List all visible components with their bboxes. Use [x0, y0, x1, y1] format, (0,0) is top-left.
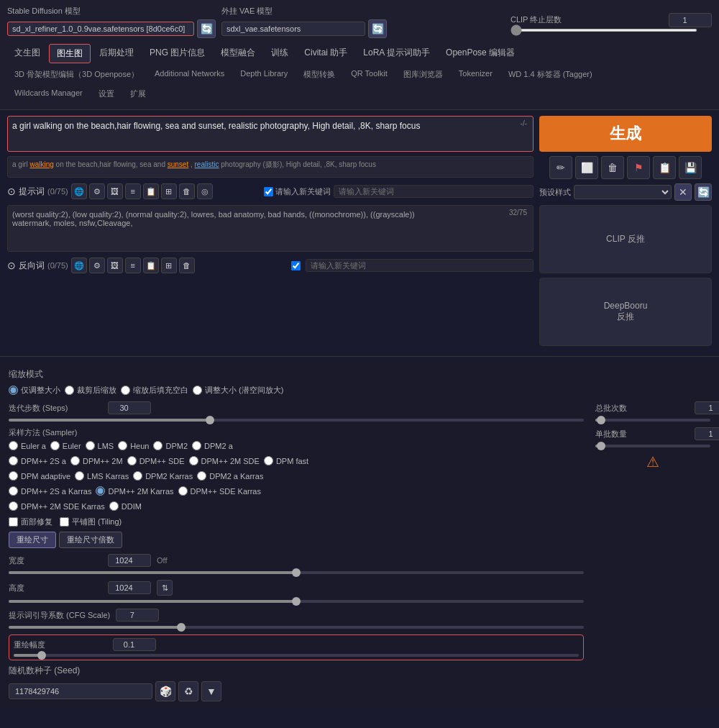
positive-tool-extra[interactable]: ◎	[197, 183, 213, 199]
positive-tool-grid[interactable]: ⊞	[161, 183, 177, 199]
negative-tool-trash[interactable]: 🗑	[179, 258, 195, 273]
denoising-input[interactable]	[113, 638, 156, 651]
positive-tool-paste[interactable]: 📋	[143, 183, 159, 199]
tab-train[interactable]: 训练	[264, 44, 296, 63]
tab-qr-toolkit[interactable]: QR Toolkit	[344, 66, 395, 83]
vae-select[interactable]: sdxl_vae.safetensors	[221, 22, 365, 36]
batch-count-input[interactable]	[695, 401, 719, 414]
sampler-dppmp2m[interactable]: DPM++ 2M	[70, 456, 123, 465]
negative-checkbox[interactable]	[291, 261, 301, 270]
tab-model-convert[interactable]: 模型转换	[296, 66, 342, 83]
tab-openpose[interactable]: OpenPose 编辑器	[439, 44, 522, 63]
seed-random-button[interactable]: 🎲	[155, 681, 175, 701]
sampler-euler[interactable]: Euler	[50, 441, 81, 450]
resize-tab-size[interactable]: 重绘尺寸	[9, 532, 56, 548]
tab-extras[interactable]: 后期处理	[92, 44, 141, 63]
negative-keyword-input[interactable]	[306, 259, 533, 272]
sampler-dppm2mk[interactable]: DPM++ 2M Karras	[96, 486, 173, 496]
tab-img2img[interactable]: 图生图	[49, 44, 91, 63]
tab-depth-library[interactable]: Depth Library	[233, 66, 295, 83]
negative-expand-icon[interactable]: ⊙	[7, 260, 16, 271]
tiling-label[interactable]: 平铺图 (Tiling)	[60, 517, 122, 527]
seed-input[interactable]	[9, 683, 152, 699]
preset-refresh-button[interactable]: 🔄	[695, 183, 712, 201]
resize-mode-fill[interactable]: 缩放后填充空白	[121, 385, 188, 396]
steps-input[interactable]	[108, 401, 151, 414]
height-input[interactable]	[108, 581, 151, 594]
sampler-dpm2-a[interactable]: DPM2 a	[192, 441, 233, 450]
negative-tool-grid[interactable]: ⊞	[161, 258, 177, 273]
tab-additional-networks[interactable]: Additional Networks	[147, 66, 232, 83]
preset-close-button[interactable]: ✕	[674, 183, 692, 201]
positive-checkbox-label[interactable]: 请输入新关键词	[264, 186, 331, 197]
generate-button[interactable]: 生成	[539, 116, 712, 152]
sampler-dppm2ska[interactable]: DPM++ 2S a Karras	[9, 486, 91, 496]
sampler-dpm2[interactable]: DPM2	[153, 441, 188, 450]
seed-extra-button[interactable]: ▼	[201, 681, 221, 701]
negative-tool-paste[interactable]: 📋	[143, 258, 159, 273]
tab-wd-tagger[interactable]: WD 1.4 标签器 (Tagger)	[501, 66, 600, 83]
positive-tool-settings[interactable]: ⚙	[89, 183, 105, 199]
sampler-lms[interactable]: LMS	[86, 441, 114, 450]
tab-png-info[interactable]: PNG 图片信息	[142, 44, 212, 63]
seed-recycle-button[interactable]: ♻	[178, 681, 198, 701]
sampler-dppmp2msde[interactable]: DPM++ 2M SDE	[189, 456, 260, 465]
cfg-input[interactable]	[116, 609, 159, 622]
face-restore-checkbox[interactable]	[9, 517, 18, 527]
positive-checkbox[interactable]	[264, 187, 273, 196]
negative-tool-emoji[interactable]: 🌐	[71, 258, 87, 273]
positive-keyword-input[interactable]	[334, 185, 533, 198]
sampler-heun[interactable]: Heun	[118, 441, 149, 450]
positive-tool-list[interactable]: ≡	[125, 183, 141, 199]
clip-slider[interactable]	[510, 29, 697, 32]
save-button[interactable]: 💾	[679, 156, 702, 179]
positive-tool-img[interactable]: 🖼	[107, 183, 123, 199]
swap-dimensions-button[interactable]: ⇅	[157, 580, 173, 596]
resize-tab-multip[interactable]: 重绘尺寸倍数	[59, 532, 122, 548]
positive-tool-emoji[interactable]: 🌐	[71, 183, 87, 199]
flag-button[interactable]: ⚑	[627, 156, 650, 179]
tab-gallery[interactable]: 图库浏览器	[396, 66, 450, 83]
positive-tool-trash[interactable]: 🗑	[179, 183, 195, 199]
tiling-checkbox[interactable]	[60, 517, 69, 527]
sampler-dppmsdek[interactable]: DPM++ SDE Karras	[178, 486, 261, 496]
width-input[interactable]	[108, 554, 151, 567]
sampler-euler-a[interactable]: Euler a	[9, 441, 46, 450]
sampler-dpm2-karras[interactable]: DPM2 Karras	[133, 471, 193, 481]
square-button[interactable]: ⬜	[575, 156, 598, 179]
negative-checkbox-label[interactable]	[291, 261, 303, 270]
batch-size-input[interactable]	[695, 427, 719, 440]
sampler-dppm2msdek[interactable]: DPM++ 2M SDE Karras	[9, 501, 105, 511]
sampler-ddim[interactable]: DDIM	[109, 501, 142, 511]
negative-tool-settings[interactable]: ⚙	[89, 258, 105, 273]
pencil-button[interactable]: ✏	[549, 156, 572, 179]
face-restore-label[interactable]: 面部修复	[9, 517, 52, 527]
trash-button[interactable]: 🗑	[601, 156, 624, 179]
negative-tool-img[interactable]: 🖼	[107, 258, 123, 273]
resize-mode-fit[interactable]: 仅调整大小	[9, 385, 60, 396]
tab-civitai[interactable]: Civitai 助手	[297, 44, 354, 63]
sampler-dpm-adaptive[interactable]: DPM adaptive	[9, 471, 70, 481]
tab-tokenizer[interactable]: Tokenizer	[452, 66, 500, 83]
copy-button[interactable]: 📋	[653, 156, 676, 179]
sampler-lms-karras[interactable]: LMS Karras	[75, 471, 129, 481]
preset-select[interactable]	[574, 185, 672, 199]
sampler-dpm-fast[interactable]: DPM fast	[264, 456, 308, 465]
tab-wildcards[interactable]: Wildcards Manager	[7, 86, 90, 102]
tab-model-merge[interactable]: 模型融合	[214, 44, 262, 63]
model-select[interactable]: sd_xl_refiner_1.0_0.9vae.safetensors [8d…	[7, 22, 194, 36]
tab-settings[interactable]: 设置	[91, 86, 122, 102]
sampler-dppmp2s[interactable]: DPM++ 2S a	[9, 456, 66, 465]
sampler-dppmsde[interactable]: DPM++ SDE	[127, 456, 185, 465]
positive-expand-icon[interactable]: ⊙	[7, 186, 16, 197]
tab-3d-openpose[interactable]: 3D 骨架模型编辑（3D Openpose）	[7, 66, 146, 83]
sampler-dpm2a-karras[interactable]: DPM2 a Karras	[197, 471, 263, 481]
tab-lora[interactable]: LoRA 提示词助手	[356, 44, 437, 63]
tab-extensions[interactable]: 扩展	[123, 86, 153, 102]
tab-txt2img[interactable]: 文生图	[7, 44, 47, 63]
model-refresh-button[interactable]: 🔄	[197, 19, 216, 38]
vae-refresh-button[interactable]: 🔄	[368, 19, 387, 38]
resize-mode-latent[interactable]: 调整大小 (潜空间放大)	[193, 385, 283, 396]
negative-tool-list[interactable]: ≡	[125, 258, 141, 273]
resize-mode-crop[interactable]: 裁剪后缩放	[65, 385, 116, 396]
